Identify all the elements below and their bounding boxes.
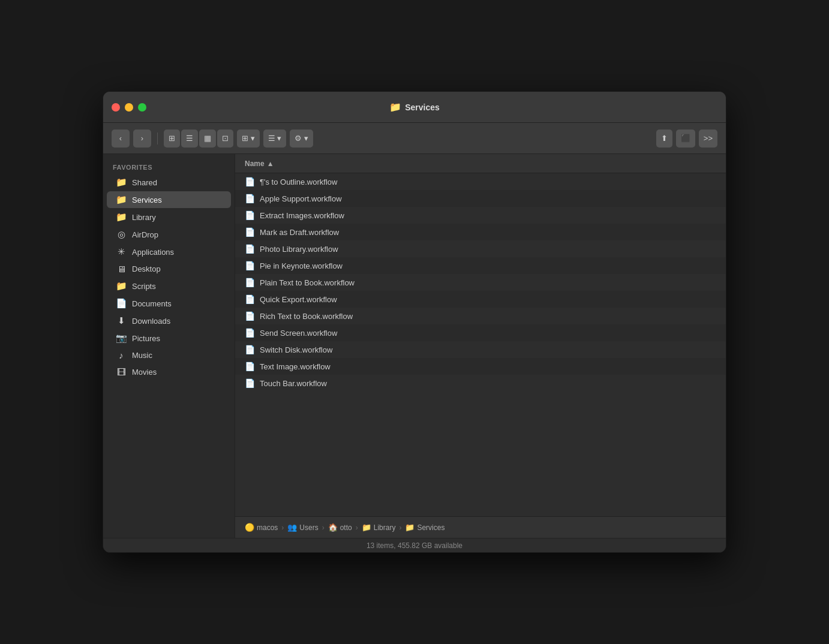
finder-window: 📁 Services ‹ › ⊞ ☰ ▦ ⊡ ⊞ ▾ ☰ ▾ ⚙ ▾ ⬆ ⬛ >… [103, 91, 726, 553]
sidebar-label-music: Music [132, 351, 152, 360]
breadcrumb-label-library: Library [374, 523, 396, 532]
sidebar-item-services[interactable]: 📁 Services [107, 191, 231, 208]
file-name: ¶'s to Outline.workflow [260, 177, 337, 186]
traffic-lights [112, 103, 146, 112]
icon-view-button[interactable]: ⊞ [164, 130, 180, 148]
file-icon: 📄 [245, 345, 255, 354]
toolbar-separator-1 [157, 133, 158, 145]
sidebar-item-desktop[interactable]: 🖥 Desktop [107, 261, 231, 277]
file-name: Switch Disk.workflow [260, 345, 332, 354]
breadcrumb-item-library[interactable]: 📁 Library [362, 523, 396, 532]
minimize-button[interactable] [125, 103, 133, 112]
action-button[interactable]: ⚙ ▾ [290, 130, 313, 148]
titlebar: 📁 Services [103, 92, 726, 123]
status-bar: 13 items, 455.82 GB available [103, 538, 726, 552]
file-row[interactable]: 📄 Send Screen.workflow [235, 324, 726, 341]
file-row[interactable]: 📄 Touch Bar.workflow [235, 375, 726, 392]
file-row[interactable]: 📄 Pie in Keynote.workflow [235, 257, 726, 274]
toolbar: ‹ › ⊞ ☰ ▦ ⊡ ⊞ ▾ ☰ ▾ ⚙ ▾ ⬆ ⬛ >> [103, 123, 726, 154]
more-button[interactable]: >> [699, 130, 717, 148]
sort-indicator: ▲ [267, 160, 274, 168]
file-name: Mark as Draft.workflow [260, 228, 339, 237]
library-breadcrumb-icon: 📁 [362, 523, 371, 532]
breadcrumb-label-users: Users [299, 523, 318, 532]
otto-icon: 🏠 [328, 523, 338, 532]
window-title-area: 📁 Services [389, 101, 440, 113]
breadcrumb-item-otto[interactable]: 🏠 otto [328, 523, 352, 532]
file-list-header: Name ▲ [235, 154, 726, 173]
sidebar-label-documents: Documents [132, 299, 172, 308]
airdrop-icon: ◎ [115, 229, 127, 240]
sidebar-item-documents[interactable]: 📄 Documents [107, 295, 231, 312]
file-row[interactable]: 📄 Rich Text to Book.workflow [235, 308, 726, 324]
breadcrumb-item-users[interactable]: 👥 Users [287, 523, 318, 532]
sidebar-item-music[interactable]: ♪ Music [107, 347, 231, 363]
gallery-view-button[interactable]: ⊡ [217, 130, 233, 148]
file-name: Touch Bar.workflow [260, 379, 327, 388]
list-view-button[interactable]: ☰ [181, 130, 198, 148]
sidebar-item-scripts[interactable]: 📁 Scripts [107, 278, 231, 294]
file-icon: 📄 [245, 227, 255, 237]
maximize-button[interactable] [138, 103, 146, 112]
back-button[interactable]: ‹ [112, 130, 130, 148]
breadcrumb-item-macos[interactable]: 🟡 macos [245, 523, 278, 532]
forward-button[interactable]: › [133, 130, 151, 148]
share-button[interactable]: ⬆ [656, 130, 672, 148]
sidebar-item-applications[interactable]: ✳ Applications [107, 243, 231, 260]
file-name: Pie in Keynote.workflow [260, 261, 343, 270]
pictures-icon: 📷 [115, 333, 127, 344]
sidebar-label-airdrop: AirDrop [132, 230, 158, 239]
name-column-header[interactable]: Name ▲ [245, 160, 716, 168]
close-button[interactable] [112, 103, 120, 112]
breadcrumb-bar: 🟡 macos › 👥 Users › 🏠 otto › 📁 Library [235, 516, 726, 538]
title-folder-icon: 📁 [389, 101, 401, 113]
file-icon: 📄 [245, 177, 255, 186]
macos-icon: 🟡 [245, 523, 254, 532]
file-row[interactable]: 📄 Plain Text to Book.workflow [235, 274, 726, 291]
file-row[interactable]: 📄 Extract Images.workflow [235, 207, 726, 224]
column-view-button[interactable]: ▦ [199, 130, 216, 148]
breadcrumb-sep: › [322, 523, 325, 532]
sidebar: Favorites 📁 Shared 📁 Services 📁 Library … [103, 154, 235, 538]
file-icon: 📄 [245, 378, 255, 388]
file-name: Rich Text to Book.workflow [260, 312, 353, 321]
file-icon: 📄 [245, 328, 255, 338]
file-icon: 📄 [245, 362, 255, 371]
file-row[interactable]: 📄 Switch Disk.workflow [235, 341, 726, 358]
sidebar-label-services: Services [132, 195, 162, 204]
file-row[interactable]: 📄 Quick Export.workflow [235, 291, 726, 308]
sidebar-item-shared[interactable]: 📁 Shared [107, 174, 231, 191]
name-label: Name [245, 160, 265, 168]
breadcrumb-label-macos: macos [257, 523, 278, 532]
file-row[interactable]: 📄 Apple Support.workflow [235, 190, 726, 207]
documents-icon: 📄 [115, 298, 127, 309]
file-row[interactable]: 📄 Photo Library.workflow [235, 240, 726, 257]
music-icon: ♪ [115, 350, 127, 360]
sidebar-item-downloads[interactable]: ⬇ Downloads [107, 312, 231, 329]
file-row[interactable]: 📄 Mark as Draft.workflow [235, 224, 726, 240]
sidebar-item-movies[interactable]: 🎞 Movies [107, 364, 231, 380]
services-icon: 📁 [115, 194, 127, 205]
group-button[interactable]: ⊞ ▾ [237, 130, 260, 148]
file-name: Quick Export.workflow [260, 295, 337, 304]
file-name: Photo Library.workflow [260, 245, 338, 254]
scripts-icon: 📁 [115, 281, 127, 291]
file-rows: 📄 ¶'s to Outline.workflow 📄 Apple Suppor… [235, 173, 726, 516]
tag-button[interactable]: ⬛ [676, 130, 695, 148]
desktop-icon: 🖥 [115, 264, 127, 274]
file-row[interactable]: 📄 ¶'s to Outline.workflow [235, 173, 726, 190]
sort-button[interactable]: ☰ ▾ [263, 130, 287, 148]
file-icon: 📄 [245, 210, 255, 220]
sidebar-item-library[interactable]: 📁 Library [107, 209, 231, 225]
file-row[interactable]: 📄 Text Image.workflow [235, 358, 726, 375]
breadcrumb-sep: › [281, 523, 284, 532]
library-icon: 📁 [115, 212, 127, 222]
view-buttons: ⊞ ☰ ▦ ⊡ [164, 130, 233, 148]
downloads-icon: ⬇ [115, 315, 127, 326]
sidebar-item-pictures[interactable]: 📷 Pictures [107, 330, 231, 347]
breadcrumb-item-services[interactable]: 📁 Services [405, 523, 444, 532]
file-name: Apple Support.workflow [260, 194, 342, 203]
file-icon: 📄 [245, 194, 255, 203]
sidebar-item-airdrop[interactable]: ◎ AirDrop [107, 226, 231, 243]
sidebar-label-scripts: Scripts [132, 282, 156, 291]
